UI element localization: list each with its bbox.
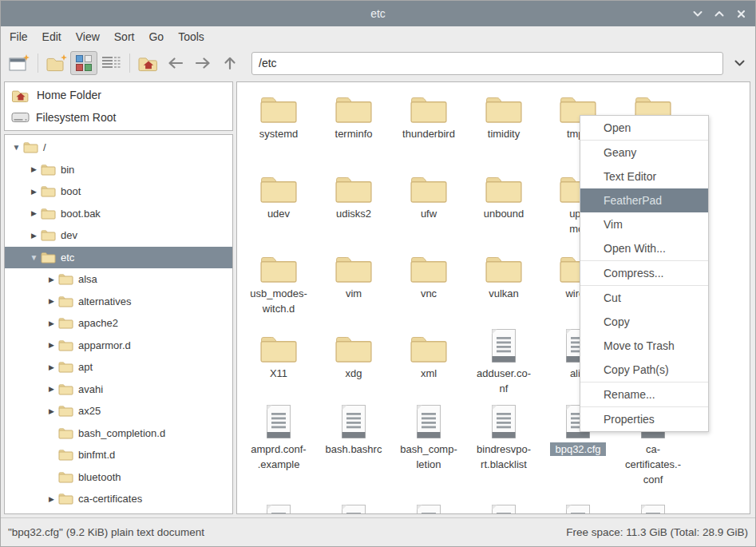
folder-item-xdg[interactable]: xdg — [316, 327, 391, 381]
tree-item-avahi[interactable]: ▶ avahi — [5, 379, 232, 401]
list-view-button[interactable] — [97, 51, 125, 75]
new-window-button[interactable] — [6, 51, 33, 75]
folder-item-vnc[interactable]: vnc — [391, 247, 466, 301]
menubar-sort[interactable]: Sort — [107, 26, 142, 48]
expander-icon[interactable]: ▶ — [46, 297, 57, 305]
file-label: X11 — [241, 366, 316, 381]
forward-button[interactable] — [189, 51, 216, 75]
path-dropdown-button[interactable] — [730, 51, 749, 75]
expander-icon[interactable]: ▶ — [46, 275, 57, 283]
context-menu-item-geany[interactable]: Geany — [580, 141, 708, 164]
tree-item-bluetooth[interactable]: bluetooth — [5, 466, 232, 489]
folder-item-udisks2[interactable]: udisks2 — [316, 167, 391, 221]
statusbar: "bpq32.cfg" (9.2 KiB) plain text documen… — [1, 517, 755, 546]
context-menu-item-open-with[interactable]: Open With... — [580, 236, 708, 260]
file-item-adduser-co-nf[interactable]: adduser.co-nf — [466, 327, 541, 396]
folder-item-vim[interactable]: vim — [316, 247, 391, 301]
folder-item-xml[interactable]: xml — [391, 327, 466, 381]
folder-item-timidity[interactable]: timidity — [466, 87, 541, 141]
folder-icon — [485, 254, 523, 283]
tree-item-bash-completion-d[interactable]: bash_completion.d — [5, 422, 232, 445]
expander-icon[interactable]: ▶ — [46, 341, 57, 349]
expander-icon[interactable]: ▼ — [11, 143, 22, 152]
back-button[interactable] — [162, 51, 189, 75]
file-item-item[interactable] — [391, 502, 466, 514]
tree-item-ax25[interactable]: ▶ ax25 — [5, 400, 232, 422]
tree-item-bin[interactable]: ▶ bin — [5, 159, 232, 181]
folder-item-systemd[interactable]: systemd — [241, 87, 316, 141]
tree-item-ca-certificates[interactable]: ▶ ca-certificates — [5, 488, 232, 510]
context-menu-item-move-to-trash[interactable]: Move to Trash — [580, 334, 708, 358]
tree-item-etc[interactable]: ▼ etc — [5, 247, 232, 269]
tree-item-label: ax25 — [78, 405, 101, 417]
tree-item-label: ca-certificates — [78, 493, 142, 505]
expander-icon[interactable]: ▶ — [46, 363, 57, 371]
place-home-folder[interactable]: Home Folder — [5, 84, 232, 106]
minimize-icon[interactable] — [691, 7, 704, 20]
folder-icon — [58, 493, 73, 505]
folder-item-vulkan[interactable]: vulkan — [466, 247, 541, 301]
context-menu-item-properties[interactable]: Properties — [580, 407, 708, 431]
folder-item-usb-modes-witch-d[interactable]: usb_modes-witch.d — [241, 247, 316, 316]
folder-item-x11[interactable]: X11 — [241, 327, 316, 381]
folder-item-udev[interactable]: udev — [241, 167, 316, 221]
up-button[interactable] — [216, 51, 243, 75]
file-item-item[interactable] — [466, 502, 541, 514]
path-input[interactable] — [251, 52, 723, 75]
file-item-item[interactable] — [316, 502, 391, 514]
maximize-icon[interactable] — [713, 7, 726, 20]
home-button[interactable] — [135, 51, 162, 75]
expander-icon[interactable]: ▶ — [46, 495, 57, 503]
context-menu-item-rename[interactable]: Rename... — [580, 383, 708, 406]
tree-item-alternatives[interactable]: ▶ alternatives — [5, 291, 232, 313]
place-filesystem-root[interactable]: Filesystem Root — [5, 106, 232, 129]
tree-item-dev[interactable]: ▶ dev — [5, 224, 232, 247]
context-menu-item-text-editor[interactable]: Text Editor — [580, 164, 708, 188]
tree-item-item[interactable]: ▼ / — [5, 137, 232, 159]
context-menu-item-featherpad[interactable]: FeatherPad — [580, 188, 708, 212]
menubar-file[interactable]: File — [2, 26, 35, 48]
file-item-bindresvpo-rt-blacklist[interactable]: bindresvpo-rt.blacklist — [466, 402, 541, 472]
tree-item-alsa[interactable]: ▶ alsa — [5, 268, 232, 291]
expander-icon[interactable]: ▶ — [29, 209, 39, 217]
tree-item-binfmt-d[interactable]: binfmt.d — [5, 444, 232, 466]
tree-item-apt[interactable]: ▶ apt — [5, 356, 232, 379]
expander-icon[interactable]: ▶ — [46, 385, 57, 393]
file-item-item[interactable] — [540, 502, 615, 514]
expander-icon[interactable]: ▶ — [29, 232, 39, 240]
file-item-bash-comp-letion[interactable]: bash_comp-letion — [391, 402, 466, 472]
menubar: FileEditViewSortGoTools — [1, 26, 755, 48]
expander-icon[interactable]: ▶ — [46, 407, 57, 415]
expander-icon[interactable]: ▶ — [46, 319, 57, 327]
context-menu-item-copy-path-s[interactable]: Copy Path(s) — [580, 358, 708, 382]
context-menu-item-open[interactable]: Open — [580, 116, 708, 140]
folder-item-terminfo[interactable]: terminfo — [316, 87, 391, 141]
folder-item-thunderbird[interactable]: thunderbird — [391, 87, 466, 141]
folder-item-unbound[interactable]: unbound — [466, 167, 541, 221]
file-item-item[interactable] — [241, 502, 316, 514]
folder-icon — [241, 327, 316, 363]
icon-view-button[interactable] — [70, 51, 97, 75]
menubar-view[interactable]: View — [69, 26, 107, 48]
folder-item-ufw[interactable]: ufw — [391, 167, 466, 221]
tree-item-apache2[interactable]: ▶ apache2 — [5, 312, 232, 335]
file-item-amprd-conf-example[interactable]: amprd.conf-.example — [241, 402, 316, 472]
expander-icon[interactable]: ▶ — [29, 188, 39, 196]
expander-icon[interactable]: ▼ — [29, 253, 39, 262]
close-icon[interactable] — [734, 7, 747, 20]
context-menu-item-copy[interactable]: Copy — [580, 310, 708, 334]
tree-item-boot-bak[interactable]: ▶ boot.bak — [5, 203, 232, 225]
tree-item-boot[interactable]: ▶ boot — [5, 180, 232, 203]
menubar-go[interactable]: Go — [141, 26, 171, 48]
file-item-bash-bashrc[interactable]: bash.bashrc — [316, 402, 391, 457]
context-menu-item-compress[interactable]: Compress... — [580, 261, 708, 285]
file-view-panel[interactable]: systemd terminfo thunderbird timidity tm… — [236, 81, 750, 514]
expander-icon[interactable]: ▶ — [29, 165, 39, 173]
file-item-item[interactable] — [615, 502, 691, 514]
menubar-edit[interactable]: Edit — [35, 26, 69, 48]
menubar-tools[interactable]: Tools — [171, 26, 212, 48]
context-menu-item-vim[interactable]: Vim — [580, 212, 708, 236]
context-menu-item-cut[interactable]: Cut — [580, 286, 708, 310]
new-tab-button[interactable] — [43, 51, 70, 75]
tree-item-apparmor-d[interactable]: ▶ apparmor.d — [5, 335, 232, 357]
